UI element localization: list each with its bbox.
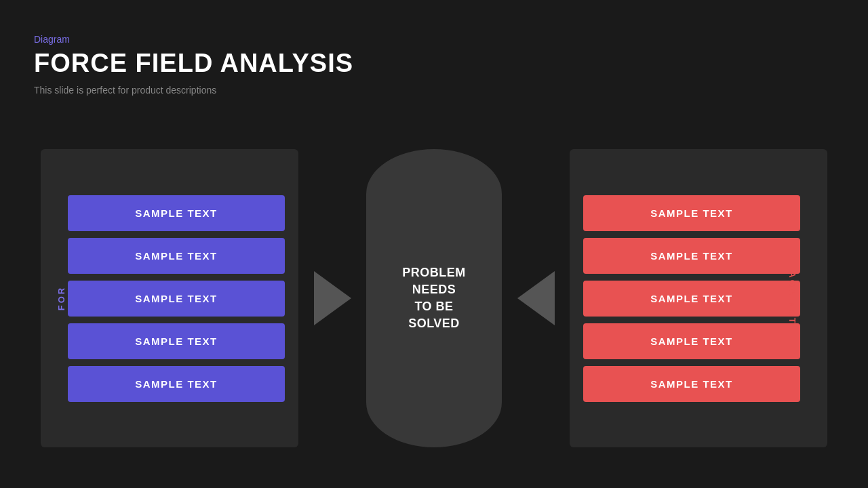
left-btn-1[interactable]: SAMPLE TEXT [68,195,285,231]
arrow-left-icon [517,271,555,325]
header: Diagram FORCE FIELD ANALYSIS This slide … [34,34,353,96]
subtitle: This slide is perfect for product descri… [34,85,353,96]
diagram-area: FOR SAMPLE TEXT SAMPLE TEXT SAMPLE TEXT … [41,149,827,447]
left-btn-4[interactable]: SAMPLE TEXT [68,323,285,359]
right-btn-4[interactable]: SAMPLE TEXT [583,323,800,359]
center-panel: PROBLEM NEEDS TO BE SOLVED [366,149,502,447]
left-btn-5[interactable]: SAMPLE TEXT [68,366,285,402]
right-btn-3[interactable]: SAMPLE TEXT [583,281,800,317]
diagram-label: Diagram [34,34,353,45]
left-btn-3[interactable]: SAMPLE TEXT [68,281,285,317]
against-label: AGAINST [787,271,797,325]
arrow-left [515,271,556,325]
for-label: FOR [56,286,66,310]
center-text: PROBLEM NEEDS TO BE SOLVED [402,264,466,333]
left-panel: FOR SAMPLE TEXT SAMPLE TEXT SAMPLE TEXT … [41,149,298,447]
arrow-right-icon [314,271,351,325]
right-panel: AGAINST SAMPLE TEXT SAMPLE TEXT SAMPLE T… [570,149,827,447]
left-btn-2[interactable]: SAMPLE TEXT [68,238,285,274]
main-title: FORCE FIELD ANALYSIS [34,49,353,78]
right-btn-5[interactable]: SAMPLE TEXT [583,366,800,402]
right-btn-2[interactable]: SAMPLE TEXT [583,238,800,274]
arrow-right [312,271,353,325]
right-btn-1[interactable]: SAMPLE TEXT [583,195,800,231]
